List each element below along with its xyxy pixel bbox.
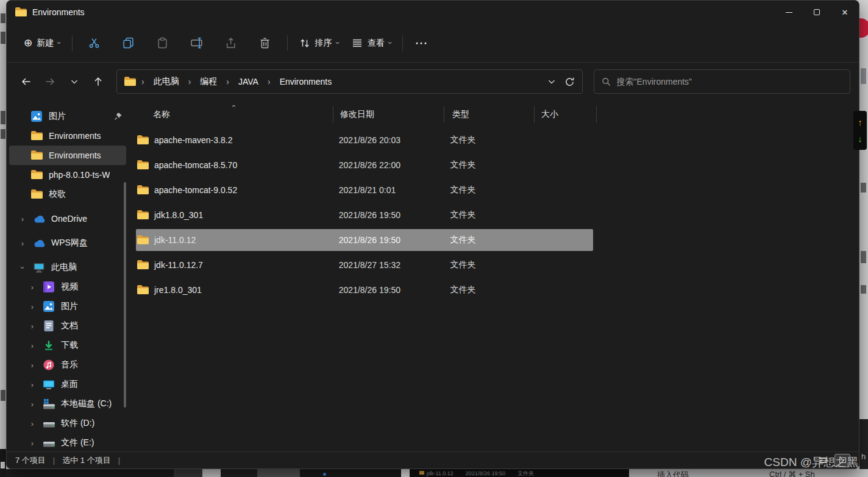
cut-button[interactable] [77,32,112,55]
downloads-icon [43,340,55,351]
view-icon [351,38,363,49]
sidebar-item-pictures[interactable]: › 图片 [9,297,126,316]
breadcrumb-environments[interactable]: Environments [276,75,336,88]
sort-ascending-icon: › [229,105,238,107]
folder-icon [137,235,149,245]
chevron-right-icon[interactable]: › [27,400,37,409]
forward-button[interactable] [40,71,62,93]
scroll-up-icon[interactable]: ↑ [858,118,863,127]
chevron-right-icon[interactable]: › [18,239,27,248]
breadcrumb-this-pc[interactable]: 此电脑 [150,74,183,89]
sidebar-item-onedrive[interactable]: › OneDrive [9,209,126,228]
sort-button[interactable]: 排序 › [293,33,345,54]
sidebar-item-drive-d[interactable]: › 软件 (D:) [9,414,126,433]
search-icon [602,77,611,87]
folder-icon [137,135,149,145]
chevron-down-icon[interactable]: › [18,263,27,272]
chevron-right-icon[interactable]: › [27,322,37,331]
search-box[interactable] [594,69,850,94]
chevron-down-icon: › [333,41,341,44]
address-dropdown-icon[interactable] [547,77,556,86]
column-divider[interactable] [596,106,597,123]
view-button[interactable]: 查看 › [345,33,397,54]
sidebar-item-wps-cloud[interactable]: › WPS网盘 [9,233,126,253]
sidebar-scrollbar[interactable] [124,182,126,408]
background-shortcut-fragment: Ctrl / ⌘ + Sh [769,470,815,477]
up-button[interactable] [88,71,110,93]
copy-button[interactable] [112,32,146,55]
rename-button[interactable] [180,32,214,55]
column-header-name[interactable]: 名称 [136,109,340,120]
refresh-icon[interactable] [564,77,575,87]
paste-button[interactable] [146,32,180,55]
sidebar-item-music[interactable]: › 音乐 [9,355,126,375]
sidebar-item-environments-selected[interactable]: Environments [9,146,126,165]
search-input[interactable] [617,77,842,87]
column-divider[interactable] [444,106,444,123]
column-header-size[interactable]: 大小 [541,109,596,120]
sidebar-item-videos[interactable]: › 视频 [9,277,126,297]
chevron-right-icon[interactable]: › [27,419,37,428]
file-row-jre18[interactable]: jre1.8.0_301 2021/8/26 19:50 文件夹 [136,277,593,302]
background-band: jdk-11.0.12 2021/8/26 19:50 文件夹 [410,469,629,477]
sidebar-item-pictures-pinned[interactable]: 图片 [9,107,126,126]
back-button[interactable] [15,71,37,93]
file-row-apache-tomcat-8[interactable]: apache-tomcat-8.5.70 2021/8/26 22:00 文件夹 [136,152,593,177]
breadcrumb-java[interactable]: JAVA [235,75,262,88]
chevron-right-icon[interactable]: › [27,361,37,370]
background-band [401,469,410,477]
sidebar-item-php[interactable]: php-8.0.10-ts-W [9,165,126,185]
chevron-right-icon[interactable]: › [18,214,27,224]
sidebar-item-this-pc[interactable]: › 此电脑 [9,258,126,277]
column-header-type[interactable]: 类型 [452,109,541,120]
share-button[interactable] [214,32,248,55]
this-pc-icon [34,262,45,273]
column-divider[interactable] [333,106,333,123]
sort-icon [299,38,311,49]
music-icon [43,359,55,370]
explorer-window: Environments ✕ ⊕ 新建 › [6,0,859,469]
sidebar-item-environments[interactable]: Environments [9,126,126,146]
navigation-pane: 图片 Environments Environments php-8.0.10-… [7,102,129,451]
sidebar-item-xiaoge[interactable]: 校歌 [9,185,126,204]
file-row-jdk11-7[interactable]: jdk-11.0.12.7 2021/8/27 15:32 文件夹 [136,252,593,277]
column-divider[interactable] [534,106,535,123]
chevron-right-icon[interactable]: › [27,380,37,389]
new-button[interactable]: ⊕ 新建 › [18,33,67,54]
column-header-date[interactable]: 修改日期 [340,109,452,120]
minimize-button[interactable] [775,1,803,24]
chevron-right-icon[interactable]: › [27,439,37,448]
maximize-button[interactable] [803,1,831,24]
recent-locations-button[interactable] [63,71,85,93]
sidebar-item-drive-e[interactable]: › 文件 (E:) [9,433,126,453]
drive-icon [43,418,55,429]
scroll-down-icon[interactable]: ↓ [858,134,863,143]
file-row-jdk18[interactable]: jdk1.8.0_301 2021/8/26 19:50 文件夹 [136,202,593,227]
chevron-right-icon[interactable]: › [27,341,37,350]
breadcrumb-coding[interactable]: 编程 [196,74,221,89]
chevron-right-icon[interactable]: › [27,302,37,311]
watermark: CSDN @异想之黑 [764,454,858,470]
window-controls: ✕ [775,1,859,24]
sidebar-item-downloads[interactable]: › 下载 [9,336,126,355]
background-band [174,469,202,477]
folder-icon [137,285,149,295]
folder-icon [137,260,149,270]
close-button[interactable]: ✕ [831,1,859,24]
chevron-right-icon[interactable]: › [27,283,37,292]
file-row-apache-maven[interactable]: apache-maven-3.8.2 2021/8/26 20:03 文件夹 [136,127,593,152]
file-row-jdk11-selected[interactable]: jdk-11.0.12 2021/8/26 19:50 文件夹 [136,229,593,251]
paste-icon [157,37,168,49]
file-row-apache-tomcat-9[interactable]: apache-tomcat-9.0.52 2021/8/21 0:01 文件夹 [136,177,593,202]
navigation-bar: › 此电脑 › 编程 › JAVA › Environments [7,63,859,101]
sidebar-item-drive-c[interactable]: › 本地磁盘 (C:) [9,394,126,414]
breadcrumb-chevron-icon: › [140,77,146,87]
background-text-fragment: h [861,452,866,461]
sidebar-item-documents[interactable]: › 文档 [9,316,126,336]
background-dot [323,473,326,476]
delete-button[interactable] [248,32,282,55]
address-bar[interactable]: › 此电脑 › 编程 › JAVA › Environments [116,69,583,94]
sidebar-item-desktop[interactable]: › 桌面 [9,375,126,394]
more-button[interactable] [408,32,435,55]
content-area: 图片 Environments Environments php-8.0.10-… [7,102,859,451]
